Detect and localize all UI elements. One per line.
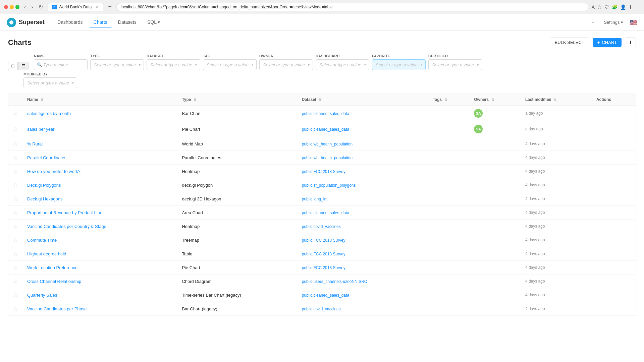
edit-button[interactable]: ✏️ <box>596 264 603 271</box>
translate-icon[interactable]: A <box>592 4 595 10</box>
th-name[interactable]: Name ⇅ <box>22 94 177 106</box>
chart-name-link[interactable]: sales per year <box>27 127 55 132</box>
nav-dashboards[interactable]: Dashboards <box>53 17 88 27</box>
dataset-link[interactable]: public.wb_health_population <box>302 156 353 160</box>
chart-name-link[interactable]: Highest degree held <box>27 251 66 256</box>
modified-by-filter-select[interactable]: Select or type a value ▾ <box>23 77 77 88</box>
tag-filter-select[interactable]: Select or type a value ▾ <box>203 59 257 70</box>
add-button[interactable]: + <box>589 18 597 26</box>
chart-name-link[interactable]: Deck.gl Hexagons <box>27 196 63 201</box>
edit-button[interactable]: ✏️ <box>596 126 603 132</box>
back-button[interactable]: ‹ <box>22 3 28 11</box>
chart-name-link[interactable]: sales figures by month <box>27 111 71 116</box>
edit-button[interactable]: ✏️ <box>596 110 603 117</box>
edit-button[interactable]: ✏️ <box>596 278 603 285</box>
more-button[interactable]: ⋯ <box>606 292 612 298</box>
dataset-link[interactable]: public.users_channels-uzooNNtSRO <box>302 279 367 284</box>
favorite-star-button[interactable]: ☆ <box>13 278 18 285</box>
edit-button[interactable]: ✏️ <box>596 140 603 147</box>
chart-name-link[interactable]: Vaccine Candidates per Country & Stage <box>27 224 106 229</box>
favorite-star-button[interactable]: ☆ <box>13 237 18 243</box>
edit-button[interactable]: ✏️ <box>596 223 603 230</box>
dataset-link[interactable]: public.covid_vaccines <box>302 224 341 229</box>
more-button[interactable]: ⋯ <box>606 154 612 161</box>
chart-name-link[interactable]: % Rural <box>27 141 43 146</box>
add-chart-button[interactable]: + CHART <box>593 38 622 47</box>
more-button[interactable]: ⋯ <box>606 126 612 132</box>
th-owners[interactable]: Owners ⇅ <box>469 94 521 106</box>
more-button[interactable]: ⋯ <box>606 140 612 147</box>
favorite-star-button[interactable]: ☆ <box>13 306 18 312</box>
dataset-link[interactable]: public.long_lat <box>302 197 328 201</box>
chart-name-link[interactable]: Quarterly Sales <box>27 293 57 298</box>
more-button[interactable]: ⋯ <box>606 195 612 202</box>
more-button[interactable]: ⋯ <box>606 278 612 285</box>
chart-name-link[interactable]: Vaccine Candidates per Phase <box>27 306 87 311</box>
nav-sql[interactable]: SQL ▾ <box>143 17 165 27</box>
favorite-filter-select[interactable]: Select or type a value ▾ <box>372 59 426 70</box>
favorite-star-button[interactable]: ☆ <box>13 223 18 230</box>
edit-button[interactable]: ✏️ <box>596 250 603 257</box>
menu-icon[interactable]: ⋯ <box>635 4 640 10</box>
dataset-link[interactable]: public.cleaned_sales_data <box>302 210 349 215</box>
tab-close[interactable]: ✕ <box>96 5 99 9</box>
more-button[interactable]: ⋯ <box>606 264 612 271</box>
minimize-dot[interactable] <box>10 5 14 9</box>
edit-button[interactable]: ✏️ <box>596 182 603 188</box>
more-button[interactable]: ⋯ <box>606 237 612 243</box>
chart-name-link[interactable]: How do you prefer to work? <box>27 169 80 174</box>
dataset-link[interactable]: public.cleaned_sales_data <box>302 293 349 298</box>
chart-name-link[interactable]: Work Location Preference <box>27 265 77 270</box>
dataset-link[interactable]: public.covid_vaccines <box>302 307 341 311</box>
grid-view-button[interactable]: ⊞ <box>8 62 18 70</box>
name-filter-input[interactable] <box>43 62 84 67</box>
shield-icon[interactable]: 🛡 <box>604 4 609 10</box>
more-button[interactable]: ⋯ <box>606 168 612 175</box>
favorite-star-button[interactable]: ☆ <box>13 141 18 147</box>
browser-tab[interactable]: S World Bank's Data ✕ <box>48 3 104 11</box>
reload-button[interactable]: ↻ <box>37 3 45 11</box>
edit-button[interactable]: ✏️ <box>596 195 603 202</box>
more-button[interactable]: ⋯ <box>606 209 612 216</box>
chart-name-link[interactable]: Proportion of Revenue by Product Line <box>27 210 102 215</box>
favorite-star-button[interactable]: ☆ <box>13 168 18 175</box>
edit-button[interactable]: ✏️ <box>596 209 603 216</box>
favorite-star-button[interactable]: ☆ <box>13 196 18 202</box>
dataset-link[interactable]: public.cleaned_sales_data <box>302 127 349 132</box>
nav-datasets[interactable]: Datasets <box>113 17 141 27</box>
th-last-modified[interactable]: Last modified ⇅ <box>521 94 592 106</box>
favorite-star-button[interactable]: ☆ <box>13 155 18 161</box>
dataset-link[interactable]: public.cleaned_sales_data <box>302 111 349 116</box>
favorite-star-button[interactable]: ☆ <box>13 251 18 257</box>
dataset-link[interactable]: public.FCC 2018 Survey <box>302 169 345 174</box>
new-tab-button[interactable]: + <box>106 3 114 11</box>
chart-name-link[interactable]: Cross Channel Relationship <box>27 279 81 284</box>
owner-filter-select[interactable]: Select or type a value ▾ <box>259 59 313 70</box>
bookmark-icon[interactable]: ☆ <box>597 4 602 10</box>
bulk-select-button[interactable]: BULK SELECT <box>550 38 589 47</box>
type-filter-select[interactable]: Select or type a value ▾ <box>90 59 144 70</box>
dashboard-filter-select[interactable]: Select or type a value ▾ <box>316 59 369 70</box>
dataset-link[interactable]: public.wb_health_population <box>302 142 353 146</box>
nav-charts[interactable]: Charts <box>89 17 112 27</box>
close-dot[interactable] <box>4 5 8 9</box>
dataset-link[interactable]: public.FCC 2018 Survey <box>302 252 345 256</box>
dataset-link[interactable]: public.FCC 2018 Survey <box>302 265 345 270</box>
settings-button[interactable]: Settings ▾ <box>601 18 626 26</box>
th-type[interactable]: Type ⇅ <box>177 94 297 106</box>
chart-name-link[interactable]: Parallel Coordinates <box>27 155 66 160</box>
address-bar[interactable]: localhost:8088/chart/list/?pageIndex=0&s… <box>116 3 589 11</box>
favorite-star-button[interactable]: ☆ <box>13 209 18 216</box>
chart-name-link[interactable]: Deck.gl Polygons <box>27 183 61 188</box>
locale-flag[interactable]: 🇺🇸 <box>630 19 637 26</box>
edit-button[interactable]: ✏️ <box>596 154 603 161</box>
dataset-link[interactable]: public.FCC 2018 Survey <box>302 238 345 243</box>
th-dataset[interactable]: Dataset ⇅ <box>297 94 428 106</box>
favorite-star-button[interactable]: ☆ <box>13 110 18 117</box>
favorite-star-button[interactable]: ☆ <box>13 182 18 188</box>
more-button[interactable]: ⋯ <box>606 223 612 230</box>
favorite-star-button[interactable]: ☆ <box>13 292 18 298</box>
more-button[interactable]: ⋯ <box>606 250 612 257</box>
more-button[interactable]: ⋯ <box>606 110 612 117</box>
dataset-filter-select[interactable]: Select or type a value ▾ <box>147 59 200 70</box>
